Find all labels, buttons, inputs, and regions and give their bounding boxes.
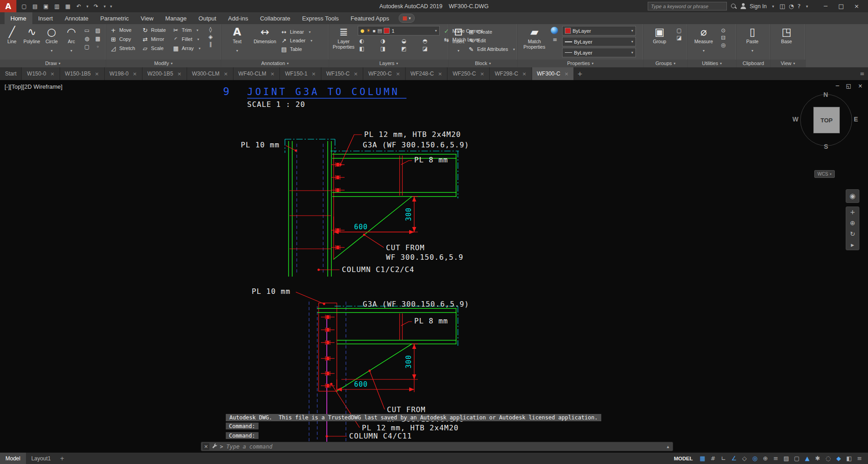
ribbon-tab-collaborate[interactable]: Collaborate <box>254 12 296 24</box>
layer-thaw-icon[interactable]: ◩ <box>400 45 408 52</box>
group-button[interactable]: ▣ Group <box>647 26 672 44</box>
ribbon-tab-featured-apps[interactable]: Featured Apps <box>345 12 395 24</box>
sign-in-caret-icon[interactable]: ▾ <box>770 4 776 9</box>
table-button[interactable]: ▤Table <box>280 45 315 53</box>
annotation-visibility-icon[interactable]: ▲ <box>802 454 812 463</box>
file-tab-close-icon[interactable]: × <box>480 71 484 77</box>
layers-panel-title[interactable]: Layers ▾ <box>329 60 448 67</box>
ungroup-icon[interactable]: ▢ <box>675 27 683 34</box>
open-file-button[interactable]: ▤ <box>30 2 40 11</box>
layer-lock-tool-icon[interactable]: ◓ <box>421 37 429 44</box>
command-input[interactable] <box>225 443 662 450</box>
rotate-button[interactable]: ↻Rotate <box>142 26 166 34</box>
file-tab-wf150-c[interactable]: WF150-C× <box>321 67 364 80</box>
file-tab-w300-clm[interactable]: W300-CLM× <box>187 67 233 80</box>
save-as-button[interactable]: ▥ <box>52 2 62 11</box>
ribbon-tab-addins[interactable]: Add-ins <box>222 12 254 24</box>
ribbon-options-button[interactable]: ▾ <box>399 14 415 23</box>
undo-caret-icon[interactable]: ▾ <box>85 4 90 9</box>
quick-select-icon[interactable]: ⊙ <box>719 27 727 34</box>
redo-caret-icon[interactable]: ▾ <box>102 4 107 9</box>
file-tab-wf250-c[interactable]: WF250-C× <box>447 67 490 80</box>
view-panel-title[interactable]: View ▾ <box>771 60 805 67</box>
viewcube-east[interactable]: E <box>854 116 858 123</box>
gradient-icon[interactable]: ▩ <box>94 35 102 42</box>
copy-button[interactable]: ⊞Copy <box>110 35 135 43</box>
measure-button[interactable]: ⌀ Measure ▾ <box>691 26 716 57</box>
file-tab-wf248-c[interactable]: WF248-C× <box>406 67 448 80</box>
edit-attributes-button[interactable]: ✎Edit Attributes▾ <box>467 45 518 53</box>
layer-freeze-tool-icon[interactable]: ◒ <box>400 37 408 44</box>
new-tab-button[interactable]: + <box>574 67 586 80</box>
file-tab-close-icon[interactable]: × <box>396 71 400 77</box>
undo-button[interactable]: ↶ <box>74 2 84 11</box>
osnap-icon[interactable]: ◎ <box>750 454 760 463</box>
minimize-button[interactable]: ─ <box>818 0 833 12</box>
linear-button[interactable]: ↔Linear▾ <box>280 28 315 36</box>
fillet-button[interactable]: ◜Fillet▾ <box>172 35 203 43</box>
file-tab-start[interactable]: Start <box>0 67 22 80</box>
osnap-tracking-icon[interactable]: ⊕ <box>761 454 770 463</box>
file-tab-w150-1b5[interactable]: W150-1B5× <box>60 67 105 80</box>
layer-properties-button[interactable]: ≣ Layer Properties <box>333 26 355 50</box>
file-tab-wf150-1[interactable]: WF150-1× <box>280 67 321 80</box>
base-button[interactable]: ◳ Base <box>774 26 799 44</box>
layer-unisolate-icon[interactable]: ◧ <box>358 45 366 52</box>
viewcube[interactable]: N W E S TOP <box>798 92 854 148</box>
file-tab-close-icon[interactable]: × <box>95 71 99 77</box>
hatch-icon[interactable]: ▨ <box>94 27 102 34</box>
sign-in-button[interactable]: Sign In <box>750 3 766 10</box>
stretch-button[interactable]: ◿Stretch <box>110 44 135 52</box>
ellipse-icon[interactable]: ◍ <box>83 35 91 42</box>
paste-button[interactable]: ▯ Paste ▾ <box>740 26 765 57</box>
properties-panel-title[interactable]: Properties ▾ <box>518 60 643 67</box>
mirror-button[interactable]: ⇄Mirror <box>142 35 166 43</box>
command-history-toggle-icon[interactable]: ▴ <box>665 444 671 449</box>
color-dropdown[interactable]: ByLayer ▾ <box>562 26 636 35</box>
layer-lock-icon[interactable]: ◾ <box>372 29 376 33</box>
file-tab-w200-1b5[interactable]: W200-1B5× <box>142 67 187 80</box>
draw-panel-title[interactable]: Draw ▾ <box>0 60 106 67</box>
model-space-toggle[interactable]: MODEL <box>670 456 697 461</box>
search-input[interactable] <box>648 2 727 10</box>
clean-screen-icon[interactable]: ◧ <box>844 454 854 463</box>
help-caret-icon[interactable]: ▾ <box>804 4 810 9</box>
tab-overflow-button[interactable]: ≡ <box>856 67 868 80</box>
graphics-performance-icon[interactable]: ◆ <box>834 454 843 463</box>
drawing-canvas[interactable]: 9 JOINT G3A TO COLUMN SCALE 1 : 20 <box>0 80 868 453</box>
groups-panel-title[interactable]: Groups ▾ <box>644 60 687 67</box>
steering-wheel-icon[interactable]: ◉ <box>846 189 859 203</box>
redo-button[interactable]: ↷ <box>91 2 101 11</box>
orbit-icon[interactable]: ↻ <box>850 231 855 237</box>
boundary-icon[interactable]: ▢ <box>83 43 91 50</box>
doc-close-icon[interactable]: × <box>858 83 863 89</box>
viewcube-south[interactable]: S <box>824 143 828 150</box>
workspace-gear-icon[interactable]: ✱ <box>813 454 822 463</box>
linetype-dropdown[interactable]: ByLayer ▾ <box>562 48 636 57</box>
save-button[interactable]: ▣ <box>41 2 51 11</box>
grid-icon[interactable]: ▦ <box>698 454 707 463</box>
modify-panel-title[interactable]: Modify ▾ <box>106 60 221 67</box>
line-button[interactable]: ╱ Line <box>4 26 20 44</box>
layer-on-icon[interactable]: ◨ <box>379 45 387 52</box>
cad-drawing[interactable]: 9 JOINT G3A TO COLUMN SCALE 1 : 20 <box>0 80 868 453</box>
erase-icon[interactable]: ◊ <box>207 26 215 33</box>
circle-button[interactable]: ○ Circle ▾ <box>43 26 60 57</box>
layer-dropdown-caret-icon[interactable]: ▾ <box>435 29 437 33</box>
command-close-icon[interactable]: × <box>203 443 209 450</box>
layer-isolate-icon[interactable]: ◑ <box>379 37 387 44</box>
ribbon-tab-insert[interactable]: Insert <box>32 12 59 24</box>
file-tab-close-icon[interactable]: × <box>270 71 274 77</box>
viewcube-top-face[interactable]: TOP <box>813 107 840 133</box>
file-tab-close-icon[interactable]: × <box>177 71 181 77</box>
ribbon-tab-annotate[interactable]: Annotate <box>59 12 94 24</box>
materials-sphere-icon[interactable] <box>551 27 558 34</box>
match-properties-button[interactable]: ▰ Match Properties <box>521 26 548 50</box>
layer-unlock-icon[interactable]: ◪ <box>421 45 429 52</box>
ribbon-tab-output[interactable]: Output <box>193 12 222 24</box>
utilities-panel-title[interactable]: Utilities ▾ <box>688 60 736 67</box>
clipboard-panel-title[interactable]: Clipboard <box>736 60 770 67</box>
file-tab-w150-0[interactable]: W150-0× <box>22 67 60 80</box>
customization-menu-icon[interactable]: ≡ <box>855 454 864 463</box>
explode-icon[interactable]: ◈ <box>207 33 215 40</box>
